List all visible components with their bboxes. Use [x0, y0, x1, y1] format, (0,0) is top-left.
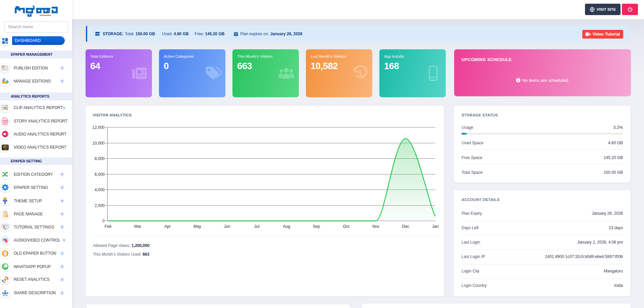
svg-text:2,000: 2,000 [95, 203, 105, 208]
svg-text:Nov: Nov [372, 224, 379, 229]
svg-text:4K: 4K [4, 145, 6, 147]
svg-text:12,000: 12,000 [92, 125, 105, 130]
svg-text:Dec: Dec [402, 224, 409, 229]
svg-text:VIDEO: VIDEO [3, 148, 7, 150]
svg-text:Oct: Oct [343, 224, 350, 229]
svg-text:6,000: 6,000 [95, 172, 105, 177]
svg-text:4,000: 4,000 [95, 188, 105, 192]
svg-text:8,000: 8,000 [95, 156, 105, 161]
svg-text:Aug: Aug [283, 224, 290, 229]
svg-text:STORY: STORY [3, 120, 8, 122]
svg-text:Apr: Apr [164, 224, 171, 229]
svg-text:May: May [194, 224, 201, 229]
svg-text:Feb: Feb [105, 224, 112, 229]
svg-text:Jun: Jun [224, 224, 230, 229]
svg-text:Jul: Jul [254, 224, 259, 229]
svg-text:10,000: 10,000 [92, 141, 105, 146]
svg-text:0: 0 [102, 219, 105, 223]
svg-text:Sep: Sep [313, 224, 320, 229]
svg-text:Jan: Jan [432, 224, 438, 229]
svg-text:Mar: Mar [134, 224, 141, 229]
